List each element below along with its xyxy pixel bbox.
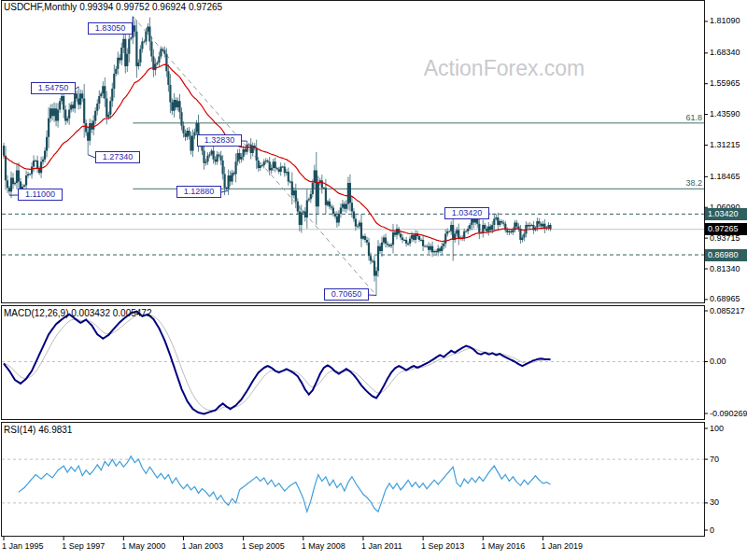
price-annotation-label: 1.12880	[176, 186, 221, 198]
price-axis-label: 1.81090	[710, 16, 740, 25]
macd-axis-label: 0.085217	[710, 306, 745, 315]
price-tag: 1.03420	[705, 208, 747, 220]
chart-plot-svg[interactable]	[0, 0, 747, 560]
annotation-connector	[76, 87, 78, 89]
time-axis-label: 1 Jan 1995	[2, 541, 44, 551]
macd-panel-border	[2, 306, 705, 420]
macd-indicator-label: MACD(12,26,9) 0.003432 0.005472	[4, 308, 151, 318]
macd-main-line	[4, 312, 551, 414]
time-axis-label: 1 May 2016	[481, 541, 525, 551]
time-axis-label: 1 May 2008	[302, 541, 345, 551]
price-tag: 0.86980	[705, 249, 747, 261]
ohlc-quote-label: 0.99394 0.99752 0.96924 0.97265	[79, 2, 222, 12]
mt4-chart-window: USDCHF,Monthly 0.99394 0.99752 0.96924 0…	[0, 0, 747, 560]
falling-trendline	[133, 17, 376, 296]
price-annotation-label: 1.03420	[444, 207, 489, 219]
actionforex-watermark: ActionForex.com	[424, 56, 585, 81]
macd-axis-label: 0.00	[710, 357, 726, 366]
rsi-axis-label: 30	[710, 497, 719, 507]
rsi-indicator-label: RSI(14) 46.9831	[4, 425, 72, 435]
rsi-axis-label: 0	[710, 525, 714, 535]
time-axis-label: 1 Jan 2019	[541, 541, 583, 551]
fib-level-label: 38.2	[684, 178, 702, 188]
price-annotation-label: 1.11000	[18, 189, 63, 201]
price-axis-label: 0.81340	[710, 264, 740, 273]
price-axis-label: 1.18465	[710, 172, 740, 181]
macd-signal-line	[4, 315, 551, 411]
price-annotation-label: 0.70650	[324, 288, 369, 301]
price-tag: 0.97265	[705, 223, 747, 235]
price-annotation-label: 1.54750	[31, 82, 76, 94]
price-axis-label: 1.43590	[710, 109, 740, 119]
time-axis-label: 1 Jan 2003	[181, 541, 223, 551]
time-axis-label: 1 Sep 2013	[421, 541, 464, 551]
price-annotation-label: 1.27340	[95, 151, 140, 163]
fib-level-label: 61.8	[684, 113, 702, 122]
price-annotation-label: 1.32830	[197, 134, 242, 147]
time-axis-label: 1 Sep 1997	[62, 541, 105, 551]
price-axis-label: 1.68340	[710, 48, 740, 57]
price-axis-label: 1.31215	[710, 140, 740, 149]
macd-axis-label: -0.090269	[710, 409, 747, 418]
price-axis-label: 1.55965	[710, 78, 740, 88]
time-axis-label: 1 Jan 2011	[361, 541, 402, 551]
time-axis-label: 1 Sep 2005	[242, 541, 285, 551]
time-axis-label: 1 May 2000	[121, 541, 165, 551]
chart-header: USDCHF,Monthly 0.99394 0.99752 0.96924 0…	[4, 2, 222, 12]
rsi-axis-label: 70	[710, 455, 719, 464]
symbol-period-label: USDCHF,Monthly	[4, 2, 77, 12]
annotation-connector	[88, 155, 95, 158]
price-annotation-label: 1.83050	[88, 22, 133, 35]
price-axis-label: 0.68965	[710, 294, 740, 303]
rsi-axis-label: 100	[710, 424, 724, 433]
